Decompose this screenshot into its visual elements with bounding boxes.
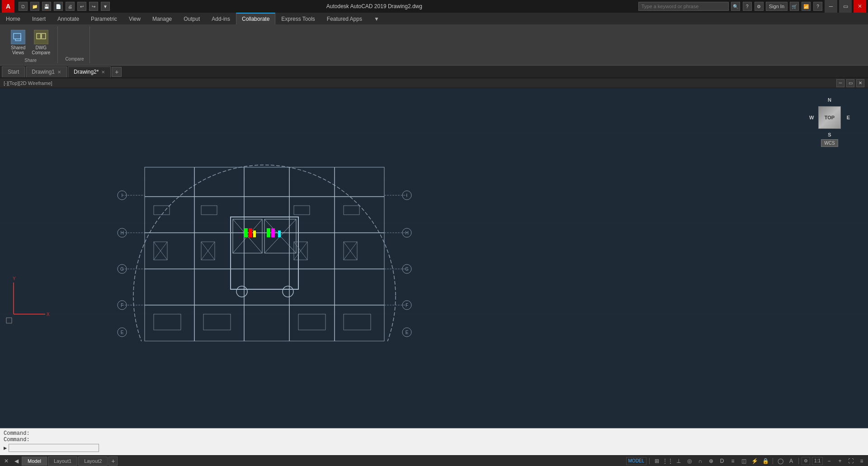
tab-parametric[interactable]: Parametric (85, 13, 123, 24)
tab-view[interactable]: View (123, 13, 146, 24)
tab-addins[interactable]: Add-ins (206, 13, 236, 24)
layout-tab-model[interactable]: Model (22, 457, 47, 466)
layout-add-button[interactable]: + (108, 457, 118, 466)
minimize-view-button[interactable]: ─ (836, 79, 844, 87)
ratio-button[interactable]: 1:1 (812, 457, 823, 465)
fullscreen-button[interactable]: ⛶ (846, 457, 855, 466)
search-input[interactable] (638, 2, 729, 11)
customize-button[interactable]: ≡ (857, 457, 866, 466)
cart-icon[interactable]: 🛒 (790, 2, 799, 11)
redo-icon[interactable]: ↪ (89, 2, 98, 11)
doc-tabs: Start Drawing1 ✕ Drawing2* ✕ + (0, 66, 868, 78)
compass-north: N (828, 97, 831, 103)
lineweight-button[interactable]: ≡ (728, 457, 737, 466)
polar-button[interactable]: ◎ (685, 457, 694, 466)
svg-text:E: E (406, 330, 409, 335)
doc-tab-add-button[interactable]: + (112, 67, 122, 77)
layout-tab-layout2[interactable]: Layout2 (78, 457, 108, 466)
svg-rect-38 (271, 228, 275, 237)
dwg-compare-button[interactable]: DWGCompare (30, 28, 52, 57)
doc-tab-drawing2-label: Drawing2* (74, 69, 99, 75)
tab-extra[interactable]: ▼ (368, 13, 385, 24)
layout-close-icon[interactable]: ✕ (2, 457, 11, 466)
compass-south: S (828, 132, 831, 137)
qp-button[interactable]: ⚡ (750, 457, 759, 466)
shared-views-button[interactable]: SharedViews (9, 28, 27, 57)
close-view-button[interactable]: ✕ (856, 79, 864, 87)
tab-annotate[interactable]: Annotate (52, 13, 85, 24)
compass-ring: N S E W TOP (809, 97, 850, 137)
ribbon: Home Insert Annotate Parametric View Man… (0, 13, 868, 66)
tab-insert[interactable]: Insert (26, 13, 52, 24)
signin-button[interactable]: Sign In (766, 2, 788, 11)
svg-rect-37 (267, 228, 270, 237)
model-space-button[interactable]: MODEL (626, 457, 647, 465)
restore-button[interactable]: ▭ (839, 0, 852, 13)
help-icon[interactable]: ? (813, 2, 822, 11)
doc-tab-drawing2-close[interactable]: ✕ (101, 70, 105, 75)
tab-collaborate[interactable]: Collaborate (236, 13, 275, 24)
doc-tab-drawing1-close[interactable]: ✕ (57, 70, 61, 75)
saveas-icon[interactable]: 📄 (54, 2, 63, 11)
open-icon[interactable]: 📁 (30, 2, 39, 11)
tab-output[interactable]: Output (178, 13, 206, 24)
save-icon[interactable]: 💾 (42, 2, 51, 11)
doc-tab-drawing1[interactable]: Drawing1 ✕ (26, 66, 67, 77)
wcs-button[interactable]: WCS (821, 139, 838, 147)
annotation-button[interactable]: A (787, 457, 796, 466)
grid-button[interactable]: ⊞ (652, 457, 661, 466)
info-icon[interactable]: ? (743, 2, 752, 11)
viewcube: N S E W TOP WCS (809, 97, 850, 147)
zoom-in-button[interactable]: + (835, 457, 844, 466)
new-icon[interactable]: 🗋 (19, 2, 28, 11)
tab-expresstools[interactable]: Express Tools (275, 13, 321, 24)
svg-text:G: G (120, 267, 124, 272)
search-icon[interactable]: 🔍 (731, 2, 740, 11)
compass-west: W (809, 115, 814, 120)
layout-tab-layout1[interactable]: Layout1 (48, 457, 77, 466)
title-center: Autodesk AutoCAD 2019 Drawing2.dwg (110, 3, 638, 9)
isnap-button[interactable]: ∩ (696, 457, 705, 466)
dwg-compare-label: DWGCompare (32, 45, 50, 55)
status-separator-3 (798, 458, 799, 464)
svg-text:E: E (121, 330, 124, 335)
svg-text:I: I (122, 193, 123, 198)
isolate-button[interactable]: ◯ (776, 457, 785, 466)
minimize-button[interactable]: ─ (825, 0, 837, 13)
more-icon[interactable]: ▼ (101, 2, 110, 11)
ribbon-group-share-label: Share (24, 58, 37, 63)
tab-manage[interactable]: Manage (146, 13, 178, 24)
ortho-button[interactable]: ⊥ (674, 457, 683, 466)
title-right: 🔍 ? ⚙ Sign In 🛒 📶 ? ─ ▭ ✕ (638, 0, 866, 13)
command-prompt-label: ▶ (4, 445, 7, 452)
doc-tab-drawing2[interactable]: Drawing2* ✕ (68, 66, 111, 77)
tab-home[interactable]: Home (0, 13, 26, 24)
print-icon[interactable]: 🖨 (66, 2, 75, 11)
workspace-button[interactable]: ⚙ (802, 457, 810, 465)
layout-prev-icon[interactable]: ◀ (12, 457, 21, 466)
itrack-button[interactable]: ⊕ (707, 457, 716, 466)
close-button[interactable]: ✕ (854, 0, 866, 13)
settings-icon[interactable]: ⚙ (755, 2, 764, 11)
svg-text:H: H (120, 231, 123, 235)
svg-rect-2 (42, 33, 46, 39)
svg-text:Y: Y (13, 276, 16, 281)
command-input[interactable] (9, 444, 99, 452)
restore-view-button[interactable]: ▭ (846, 79, 854, 87)
sc-button[interactable]: 🔒 (761, 457, 770, 466)
tab-featuredapps[interactable]: Featured Apps (321, 13, 368, 24)
command-area: Command: Command: ▶ (0, 428, 868, 455)
ribbon-content: SharedViews DWGCompare Share (0, 24, 868, 65)
snap-button[interactable]: ⋮⋮ (663, 457, 672, 466)
svg-rect-36 (253, 231, 256, 237)
command-line-row: ▶ (4, 444, 864, 452)
viewcube-top-button[interactable]: TOP (818, 106, 841, 129)
doc-tab-start[interactable]: Start (2, 66, 25, 77)
undo-icon[interactable]: ↩ (77, 2, 86, 11)
svg-rect-1 (37, 33, 41, 39)
connectivity-icon[interactable]: 📶 (802, 2, 811, 11)
dynin-button[interactable]: D (717, 457, 726, 466)
canvas-area[interactable]: I I H H G G F F E E D (0, 88, 868, 428)
zoom-out-button[interactable]: − (825, 457, 834, 466)
transparency-button[interactable]: ◫ (739, 457, 748, 466)
